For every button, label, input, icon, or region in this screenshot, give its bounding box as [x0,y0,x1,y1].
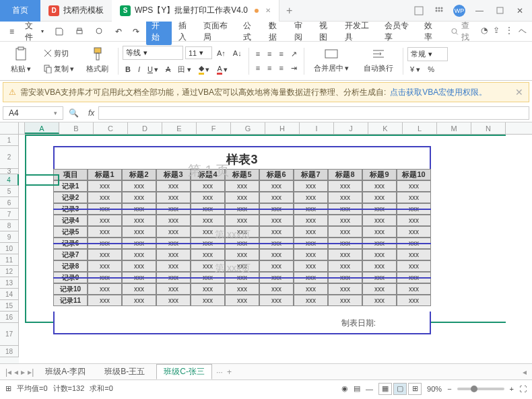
data-cell[interactable]: xxx [259,226,294,238]
print-icon[interactable] [71,25,88,38]
data-cell[interactable]: xxx [328,283,362,295]
options-icon[interactable]: ⊞ [5,384,11,393]
row-header[interactable]: 6 [0,197,19,209]
more-icon[interactable]: ⋮ [505,26,513,37]
menu-review[interactable]: 审阅 [290,18,313,45]
col-header[interactable]: C [94,122,128,134]
merge-center-button[interactable]: 合并居中 ▾ [308,47,354,75]
col-header[interactable]: H [265,122,300,134]
data-cell[interactable]: xxx [362,249,397,260]
table-header-cell[interactable]: 标题2 [122,169,156,180]
zoom-slider[interactable] [457,388,504,390]
clipboard-icon[interactable]: ▤ [354,384,360,393]
sheet-nav-first-icon[interactable]: |◂ [5,367,11,377]
row-header[interactable]: 4 [0,174,19,186]
preview-icon[interactable] [91,25,108,38]
redo-icon[interactable]: ↷ [129,25,143,38]
menu-formula[interactable]: 公式 [239,18,262,45]
sheet-tab[interactable]: 班级A-李四 [38,364,93,379]
data-cell[interactable]: xxx [191,283,225,295]
data-cell[interactable]: xxx [328,192,362,203]
row-header[interactable]: 10 [0,243,19,254]
cut-button[interactable]: 剪切 [40,47,77,60]
data-cell[interactable]: xxx [362,295,397,306]
hamburger-icon[interactable]: ≡ [5,25,18,38]
table-header-cell[interactable]: 项目 [53,169,88,180]
font-family-select[interactable]: 等线▾ [123,46,183,60]
app-grid-icon[interactable] [409,1,428,20]
sheet-nav-prev-icon[interactable]: ◂ [14,367,18,377]
data-cell[interactable]: xxx [122,215,156,226]
footer-date-label[interactable]: 制表日期: [53,312,431,334]
fullscreen-icon[interactable]: ⛶ [519,385,527,393]
sheet-tabs-more[interactable]: ··· [216,367,223,377]
align-middle-icon[interactable]: ≡ [265,48,274,59]
data-cell[interactable]: xxx [259,215,294,226]
apps-icon[interactable] [430,1,448,20]
row-header[interactable]: 7 [0,209,19,220]
sheet-nav-last-icon[interactable]: ▸| [28,367,34,377]
view-break-button[interactable]: ⊞ [408,383,422,395]
data-cell[interactable]: xxx [156,260,191,272]
col-header[interactable]: A [25,122,59,134]
data-cell[interactable]: xxx [88,226,122,238]
data-cell[interactable]: xxx [259,249,294,260]
menu-member[interactable]: 会员专享 [380,18,418,45]
data-cell[interactable]: xxx [362,283,397,295]
indent-icon[interactable]: ⇥ [288,63,300,74]
row-header[interactable]: 16 [0,312,19,323]
tab-templates[interactable]: D 找稻壳模板 [40,0,112,22]
add-sheet-button[interactable]: + [227,367,232,377]
data-cell[interactable]: xxx [259,180,294,192]
data-cell[interactable]: xxx [294,260,328,272]
col-header[interactable]: B [59,122,94,134]
col-header[interactable]: E [162,122,197,134]
sheet-title[interactable]: 样表3 [53,146,431,169]
data-cell[interactable]: xxx [397,226,431,238]
data-cell[interactable]: xxx [88,249,122,260]
data-cell[interactable]: xxx [191,295,225,306]
align-top-icon[interactable]: ≡ [253,48,263,59]
data-cell[interactable]: xxx [397,192,431,203]
fx-icon[interactable]: fx [88,108,94,118]
fx-search-icon[interactable]: 🔍 [63,108,84,118]
copy-button[interactable]: 复制 ▾ [40,63,77,75]
table-header-cell[interactable]: 标题8 [328,169,362,180]
data-cell[interactable]: xxx [191,226,225,238]
data-cell[interactable]: xxx [156,192,191,203]
data-cell[interactable]: xxx [122,180,156,192]
row-header[interactable]: 1 [0,135,19,146]
undo-icon[interactable]: ↶ [111,25,126,38]
row-header[interactable]: 15 [0,300,19,312]
data-cell[interactable]: xxx [397,295,431,306]
data-cell[interactable]: xxx [88,215,122,226]
data-cell[interactable]: xxx [328,249,362,260]
record-label-cell[interactable]: 记录4 [53,215,88,226]
sheet-nav-next-icon[interactable]: ▸ [21,367,25,377]
eye-icon[interactable]: ◉ [341,384,348,393]
col-header[interactable]: D [128,122,162,134]
percent-icon[interactable]: % [425,64,437,75]
data-cell[interactable]: xxx [294,180,328,192]
record-label-cell[interactable]: 记录11 [53,295,88,306]
data-cell[interactable]: xxx [259,295,294,306]
data-cell[interactable]: xxx [328,215,362,226]
data-cell[interactable]: xxx [328,226,362,238]
data-cell[interactable]: xxx [328,260,362,272]
row-header[interactable]: 12 [0,266,19,277]
row-header[interactable]: 2 [0,146,19,169]
new-tab-button[interactable]: + [279,5,299,17]
zoom-level[interactable]: 90% [427,385,442,393]
close-icon[interactable]: ✕ [265,7,271,14]
data-cell[interactable]: xxx [397,180,431,192]
align-left-icon[interactable]: ≡ [253,63,263,73]
view-page-button[interactable]: ▢ [393,383,407,395]
col-header[interactable]: F [197,122,231,134]
data-cell[interactable]: xxx [294,295,328,306]
cell-area[interactable]: 样表3 第 1 页 项目标题1标题2标题3标题4标题5标题6标题7标题8标题9标… [19,135,532,363]
data-cell[interactable]: xxx [259,283,294,295]
border-button[interactable]: 田 ▾ [175,63,194,76]
col-header[interactable]: J [334,122,368,134]
auto-wrap-button[interactable]: 自动换行 [358,47,399,75]
zoom-in-button[interactable]: + [510,385,514,393]
